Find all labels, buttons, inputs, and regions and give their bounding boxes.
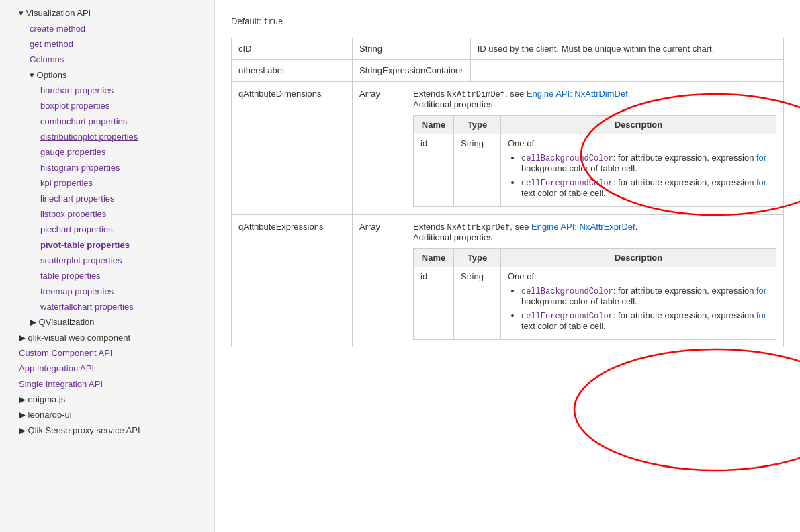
sidebar-item-kpi[interactable]: kpi properties	[0, 175, 214, 191]
inner-th-name-1: Name	[414, 116, 454, 134]
inner-cell-type-1: String	[454, 134, 501, 207]
inner-cell-desc-1: One of: cellBackgroundColor: for attribu…	[501, 134, 776, 207]
inner-th-type-2: Type	[454, 249, 501, 267]
inner-cell-desc-2: One of: cellBackgroundColor: for attribu…	[501, 267, 776, 340]
sidebar-item-app-integration[interactable]: App Integration API	[0, 361, 214, 376]
inner-th-type-1: Type	[454, 116, 501, 134]
table-row: othersLabel StringExpressionContainer	[232, 60, 784, 81]
sidebar-item-table[interactable]: table properties	[0, 268, 214, 283]
additional-props-2: Additional properties	[413, 232, 493, 242]
others-label-type: StringExpressionContainer	[359, 65, 463, 75]
extends-code-2: NxAttrExprDef	[447, 223, 510, 232]
table-row: id String One of: cellBackgroundColor: f…	[414, 134, 776, 207]
sidebar-item-leonardo-ui[interactable]: ▶ leonardo-ui	[0, 407, 214, 423]
cid-description: ID used by the client. Must be unique wi…	[478, 44, 715, 54]
engine-api-link-1[interactable]: Engine API: NxAttrDimDef	[527, 89, 628, 99]
qattribute-expressions-type: Array	[359, 222, 380, 232]
q-attribute-expressions-table: qAttributeExpressions Array Extends NxAt…	[231, 214, 784, 347]
sidebar-item-histogram[interactable]: histogram properties	[0, 160, 214, 175]
default-label: Default:	[231, 16, 261, 26]
bullet-code-1a: cellBackgroundColor	[521, 154, 613, 163]
sidebar-item-listbox[interactable]: listbox properties	[0, 206, 214, 222]
sidebar-item-qlik-visual[interactable]: ▶ qlik-visual web component	[0, 330, 214, 345]
table-row: qAttributeExpressions Array Extends NxAt…	[232, 215, 784, 347]
additional-props-1: Additional properties	[413, 99, 493, 109]
inner-th-desc-2: Description	[501, 249, 776, 267]
list-item: cellBackgroundColor: for attribute expre…	[521, 285, 769, 306]
list-item: cellForegroundColor: for attribute expre…	[521, 310, 769, 331]
properties-table: cID String ID used by the client. Must b…	[231, 38, 784, 81]
sidebar-item-pivot-table[interactable]: pivot-table properties	[0, 237, 214, 253]
table-row: qAttributeDimensions Array Extends NxAtt…	[232, 82, 784, 214]
sidebar-item-barchart[interactable]: barchart properties	[0, 83, 214, 98]
inner-cell-name-1: id	[414, 134, 454, 207]
sidebar-item-viz-api[interactable]: ▾ Visualization API	[0, 5, 214, 21]
sidebar-item-get-method[interactable]: get method	[0, 36, 214, 52]
sidebar-item-piechart[interactable]: piechart properties	[0, 222, 214, 237]
list-item: cellForegroundColor: for attribute expre…	[521, 177, 769, 198]
sidebar-item-waterfallchart[interactable]: waterfallchart properties	[0, 299, 214, 314]
sidebar-item-boxplot[interactable]: boxplot properties	[0, 98, 214, 114]
qattribute-expressions-name: qAttributeExpressions	[238, 222, 323, 232]
engine-api-link-2[interactable]: Engine API: NxAttrExprDef	[531, 222, 635, 232]
sidebar-item-options[interactable]: ▾ Options	[0, 67, 214, 83]
sidebar-item-custom-component[interactable]: Custom Component API	[0, 345, 214, 361]
sidebar-item-enigmajs[interactable]: ▶ enigma.js	[0, 392, 214, 407]
qattribute-dimensions-desc: Extends NxAttrDimDef, see Engine API: Nx…	[413, 89, 776, 207]
q-attribute-dimensions-table: qAttributeDimensions Array Extends NxAtt…	[231, 81, 784, 214]
inner-th-name-2: Name	[414, 249, 454, 267]
sidebar-item-scatterplot[interactable]: scatterplot properties	[0, 253, 214, 268]
bullet-code-1b: cellForegroundColor	[521, 179, 613, 188]
sidebar-item-linechart[interactable]: linechart properties	[0, 191, 214, 206]
circle-annotation-2	[564, 343, 800, 477]
qattribute-expressions-desc: Extends NxAttrExprDef, see Engine API: N…	[413, 222, 776, 340]
table-row: id String One of: cellBackgroundColor: f…	[414, 267, 776, 340]
inner-cell-name-2: id	[414, 267, 454, 340]
others-label-name: othersLabel	[238, 65, 284, 75]
sidebar-item-qlik-proxy[interactable]: ▶ Qlik Sense proxy service API	[0, 423, 214, 438]
qattribute-dimensions-name: qAttributeDimensions	[238, 89, 322, 99]
inner-cell-type-2: String	[454, 267, 501, 340]
default-value-row: Default: true	[231, 11, 784, 38]
bullet-code-2a: cellBackgroundColor	[521, 287, 613, 296]
sidebar-item-treemap[interactable]: treemap properties	[0, 283, 214, 299]
sidebar-item-gauge[interactable]: gauge properties	[0, 144, 214, 160]
table-row: cID String ID used by the client. Must b…	[232, 38, 784, 60]
inner-th-desc-1: Description	[501, 116, 776, 134]
svg-point-1	[574, 349, 800, 470]
sidebar: ▾ Visualization API create method get me…	[0, 0, 215, 532]
inner-table-1: Name Type Description id String	[413, 115, 776, 207]
bullet-code-2b: cellForegroundColor	[521, 312, 613, 321]
cid-type: String	[359, 44, 382, 54]
sidebar-item-create-method[interactable]: create method	[0, 21, 214, 36]
inner-table-2: Name Type Description id String	[413, 248, 776, 340]
sidebar-item-combochart[interactable]: combochart properties	[0, 114, 214, 129]
qattribute-dimensions-type: Array	[359, 89, 380, 99]
sidebar-item-qvisualization[interactable]: ▶ QVisualization	[0, 314, 214, 330]
default-value: true	[263, 17, 283, 27]
main-content: Default: true cID String ID used by the …	[215, 0, 800, 532]
list-item: cellBackgroundColor: for attribute expre…	[521, 152, 769, 173]
sidebar-item-distributionplot[interactable]: distributionplot properties	[0, 129, 214, 144]
extends-code-1: NxAttrDimDef	[447, 90, 505, 99]
sidebar-item-columns[interactable]: Columns	[0, 52, 214, 67]
cid-name: cID	[238, 44, 252, 54]
sidebar-item-single-integration[interactable]: Single Integration API	[0, 376, 214, 392]
